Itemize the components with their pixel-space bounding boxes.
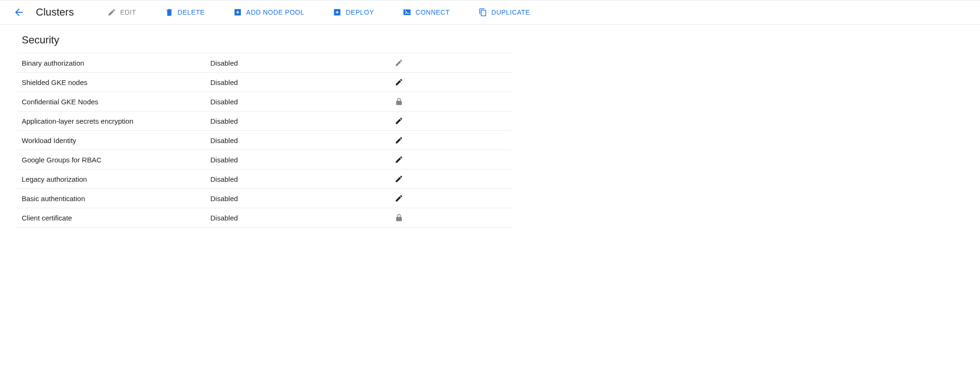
setting-action [390, 134, 408, 147]
deploy-button-label: Deploy [346, 8, 374, 16]
setting-label: Application-layer secrets encryption [22, 117, 210, 125]
setting-value: Disabled [210, 156, 390, 164]
duplicate-button-label: Duplicate [491, 8, 530, 16]
setting-value: Disabled [210, 117, 390, 125]
edit-row-button[interactable] [392, 56, 406, 69]
back-button[interactable] [9, 3, 28, 22]
settings-row: Shielded GKE nodesDisabled [17, 72, 511, 92]
setting-action [390, 114, 408, 127]
add-node-pool-button[interactable]: Add Node Pool [226, 4, 311, 21]
edit-row-button[interactable] [392, 114, 406, 127]
edit-button-label: Edit [120, 8, 136, 16]
edit-row-button[interactable] [392, 134, 406, 147]
setting-label: Client certificate [22, 214, 210, 222]
settings-table: Binary authorizationDisabledShielded GKE… [17, 53, 511, 228]
pencil-icon [395, 59, 403, 67]
page-title: Clusters [36, 6, 74, 18]
section-heading: Security [17, 34, 511, 46]
edit-row-button[interactable] [392, 172, 406, 186]
setting-action [390, 211, 408, 224]
arrow-back-icon [13, 7, 25, 18]
edit-row-button[interactable] [392, 76, 406, 89]
setting-label: Basic authentication [22, 194, 210, 203]
settings-row: Basic authenticationDisabled [17, 188, 511, 208]
setting-value: Disabled [210, 136, 390, 144]
setting-action [390, 172, 408, 186]
connect-button[interactable]: Connect [396, 4, 457, 21]
pencil-icon [395, 194, 403, 203]
settings-row: Google Groups for RBACDisabled [17, 150, 511, 169]
edit-row-button[interactable] [392, 153, 406, 166]
delete-button[interactable]: Delete [158, 4, 211, 21]
pencil-icon [395, 155, 403, 164]
setting-value: Disabled [210, 98, 390, 106]
setting-value: Disabled [210, 78, 390, 86]
plus-box-icon [332, 8, 342, 17]
trash-icon [165, 8, 174, 17]
connect-button-label: Connect [415, 8, 450, 16]
delete-button-label: Delete [178, 8, 205, 16]
settings-row: Client certificateDisabled [17, 208, 511, 228]
setting-value: Disabled [210, 59, 390, 67]
setting-label: Confidential GKE Nodes [22, 98, 210, 106]
duplicate-button[interactable]: Duplicate [472, 4, 537, 21]
deploy-button[interactable]: Deploy [326, 4, 381, 21]
setting-value: Disabled [210, 194, 390, 203]
pencil-icon [395, 117, 403, 125]
setting-label: Binary authorization [22, 59, 210, 67]
settings-row: Application-layer secrets encryptionDisa… [17, 111, 511, 130]
settings-row: Workload IdentityDisabled [17, 130, 511, 150]
settings-row: Confidential GKE NodesDisabled [17, 92, 511, 111]
pencil-icon [395, 78, 403, 86]
setting-action [390, 192, 408, 205]
lock-icon [392, 95, 406, 108]
add-node-pool-button-label: Add Node Pool [246, 8, 304, 16]
setting-action [390, 56, 408, 69]
setting-action [390, 76, 408, 89]
copy-icon [478, 8, 488, 17]
setting-label: Legacy authorization [22, 175, 210, 183]
pencil-icon [107, 8, 116, 17]
settings-row: Binary authorizationDisabled [17, 53, 511, 72]
plus-box-icon [233, 8, 242, 17]
edit-button[interactable]: Edit [100, 4, 143, 21]
lock-icon [395, 213, 403, 222]
content: Security Binary authorizationDisabledShi… [0, 25, 528, 237]
edit-row-button[interactable] [392, 192, 406, 205]
setting-value: Disabled [210, 175, 390, 183]
settings-row: Legacy authorizationDisabled [17, 169, 511, 188]
toolbar: Clusters Edit Delete Add Node Pool Deplo… [0, 0, 980, 25]
setting-label: Workload Identity [22, 136, 210, 144]
setting-label: Shielded GKE nodes [22, 78, 210, 86]
setting-label: Google Groups for RBAC [22, 156, 210, 164]
setting-action [390, 153, 408, 166]
lock-icon [395, 97, 403, 106]
pencil-icon [395, 175, 403, 183]
lock-icon [392, 211, 406, 224]
setting-action [390, 95, 408, 108]
setting-value: Disabled [210, 214, 390, 222]
pencil-icon [395, 136, 403, 144]
terminal-icon [402, 8, 412, 17]
